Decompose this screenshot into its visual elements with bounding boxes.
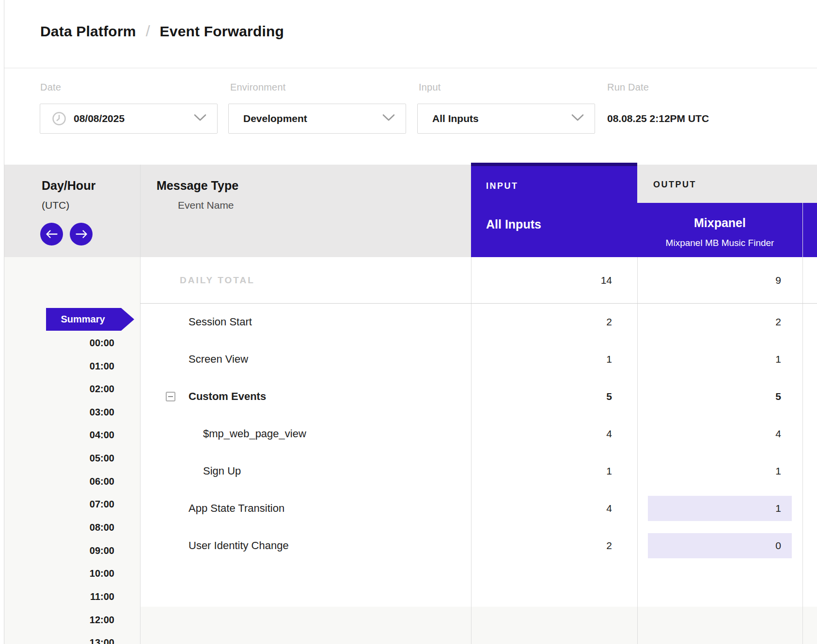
row-label: Screen View [189,353,248,366]
collapse-expander-icon[interactable] [166,392,175,401]
hour-row-label[interactable]: 00:00 [4,337,114,349]
input-label: Input [419,82,440,93]
date-dropdown[interactable]: 08/08/2025 [40,104,218,134]
row-input-value: 1 [471,465,612,477]
table-footer-band [140,607,817,644]
output-column-name: Mixpanel [637,216,802,230]
table-row: App State Transition 4 1 [140,491,817,526]
row-input-value: 4 [471,428,612,440]
row-label: User Identity Change [189,539,289,552]
table-row: Session Start 2 2 [140,305,817,339]
day-hour-subtitle: (UTC) [42,199,69,211]
row-input-value: 5 [471,391,612,402]
row-output-value: 1 [637,503,781,514]
chevron-down-icon [382,114,395,123]
row-input-value: 2 [471,316,612,328]
next-day-button[interactable] [70,223,93,245]
hour-row-label[interactable]: 02:00 [4,383,114,395]
arrow-left-icon [46,230,58,238]
row-output-value: 5 [637,391,781,402]
row-label: Custom Events [189,390,266,403]
breadcrumb-section[interactable]: Data Platform [40,23,136,39]
daily-total-label: DAILY TOTAL [180,275,255,286]
message-type-title: Message Type [157,179,238,193]
hour-row-label[interactable]: 12:00 [4,614,114,626]
hour-row-label[interactable]: 03:00 [4,407,114,418]
page-title: Event Forwarding [160,23,284,39]
hour-row-label[interactable]: 08:00 [4,522,114,533]
date-value: 08/08/2025 [74,113,125,124]
table-row-custom-events: Custom Events 5 5 [140,379,817,414]
row-label: Sign Up [203,465,241,477]
row-input-value: 1 [471,353,612,365]
row-output-value: 2 [637,316,781,328]
daily-total-row: DAILY TOTAL 14 9 [140,257,817,304]
page-header: Data Platform / Event Forwarding [4,0,817,68]
input-column-name: All Inputs [486,217,541,231]
row-label: Session Start [189,316,252,328]
summary-label: Summary [61,314,105,325]
date-label: Date [40,82,61,93]
environment-value: Development [243,113,307,124]
breadcrumb-separator: / [146,22,150,40]
output-group-label: OUTPUT [653,180,696,190]
input-value: All Inputs [432,113,479,124]
input-column-header[interactable]: INPUT All Inputs [471,166,637,257]
previous-day-button[interactable] [40,223,63,245]
row-input-value: 2 [471,540,612,552]
hour-row-label[interactable]: 10:00 [4,568,114,579]
event-name-subtitle: Event Name [178,199,234,211]
run-date-label: Run Date [607,82,649,93]
hour-row-label[interactable]: 06:00 [4,476,114,487]
run-date-value: 08.08.25 2:12PM UTC [607,113,709,124]
clock-icon [52,111,66,126]
environment-label: Environment [230,82,285,93]
table-row: Screen View 1 1 [140,342,817,377]
hour-row-label[interactable]: 13:00 [4,637,114,644]
table-row: Sign Up 1 1 [140,454,817,489]
input-column-selected-strip [471,163,637,166]
table-row: User Identity Change 2 0 [140,528,817,563]
arrow-right-icon [76,230,87,238]
output-column-subtitle: Mixpanel MB Music Finder [637,238,802,248]
row-output-value: 1 [637,353,781,365]
daily-total-output-value: 9 [637,275,781,286]
hour-row-label[interactable]: 11:00 [4,591,114,602]
grid-header: Day/Hour (UTC) Message Type Event Name I… [4,165,817,257]
row-output-value: 4 [637,428,781,440]
environment-dropdown[interactable]: Development [228,104,406,134]
daily-total-input-value: 14 [471,275,612,286]
next-output-column-partial[interactable] [803,203,817,257]
input-dropdown[interactable]: All Inputs [417,104,595,134]
event-forwarding-page: Data Platform / Event Forwarding Date En… [0,0,817,644]
output-column-header-mixpanel[interactable]: Mixpanel Mixpanel MB Music Finder [637,203,802,257]
hour-row-label[interactable]: 04:00 [4,429,114,441]
hour-row-label[interactable]: 05:00 [4,453,114,464]
row-label: $mp_web_page_view [203,428,306,440]
filter-bar: Date Environment Input Run Date 08/08/20… [4,68,817,165]
hour-row-label[interactable]: 07:00 [4,499,114,510]
row-label: App State Transition [189,502,284,515]
chevron-down-icon [571,114,584,123]
table-row: $mp_web_page_view 4 4 [140,416,817,451]
input-group-label: INPUT [486,181,518,191]
row-input-value: 4 [471,503,612,514]
row-output-value: 0 [637,540,781,552]
hour-row-label[interactable]: 09:00 [4,545,114,556]
hour-row-label[interactable]: 01:00 [4,361,114,372]
day-hour-title: Day/Hour [42,179,95,193]
summary-row-badge[interactable]: Summary [46,308,134,331]
row-output-value: 1 [637,465,781,477]
chevron-down-icon [194,114,206,123]
breadcrumb: Data Platform / Event Forwarding [40,22,284,40]
